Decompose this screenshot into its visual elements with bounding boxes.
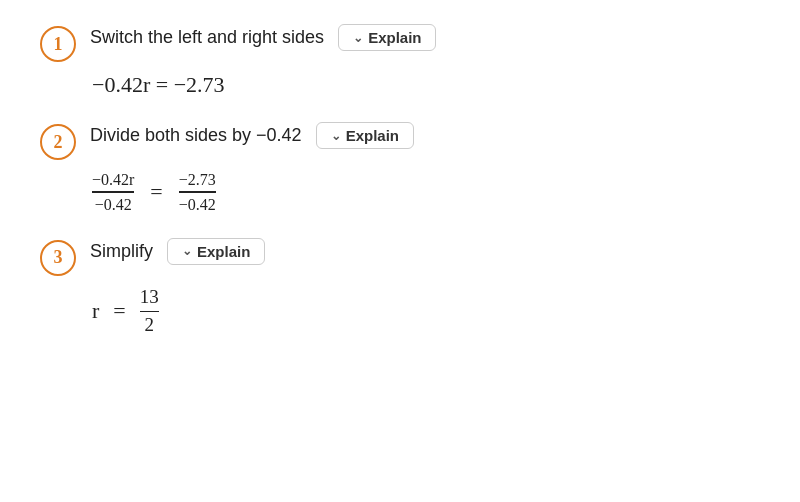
fraction-right-denominator: −0.42 xyxy=(179,195,216,214)
fraction-left-denominator: −0.42 xyxy=(95,195,132,214)
step-3-label: Simplify xyxy=(90,241,153,262)
equals-sign-3: = xyxy=(113,298,125,324)
step-2-content: Divide both sides by −0.42 ⌄ Explain xyxy=(90,122,414,149)
step-2-number: 2 xyxy=(40,124,76,160)
step-1-explain-label: Explain xyxy=(368,29,421,46)
step-3-number: 3 xyxy=(40,240,76,276)
step-1: 1 Switch the left and right sides ⌄ Expl… xyxy=(40,24,760,62)
result-frac-bar xyxy=(140,311,159,313)
step-3: 3 Simplify ⌄ Explain xyxy=(40,238,760,276)
step-2: 2 Divide both sides by −0.42 ⌄ Explain xyxy=(40,122,760,160)
step-3-explain-label: Explain xyxy=(197,243,250,260)
result-denominator: 2 xyxy=(145,314,155,337)
chevron-icon-3: ⌄ xyxy=(182,244,192,258)
fraction-right: −2.73 −0.42 xyxy=(179,170,216,214)
step-1-content: Switch the left and right sides ⌄ Explai… xyxy=(90,24,436,51)
step-2-label: Divide both sides by −0.42 xyxy=(90,125,302,146)
step-2-explain-label: Explain xyxy=(346,127,399,144)
step-3-explain-button[interactable]: ⌄ Explain xyxy=(167,238,265,265)
fraction-left-bar xyxy=(92,191,134,193)
fraction-right-numerator: −2.73 xyxy=(179,170,216,189)
step-2-explain-button[interactable]: ⌄ Explain xyxy=(316,122,414,149)
chevron-icon-2: ⌄ xyxy=(331,129,341,143)
result-fraction: 13 2 xyxy=(140,286,159,337)
result-numerator: 13 xyxy=(140,286,159,309)
step-2-math: −0.42r −0.42 = −2.73 −0.42 xyxy=(92,170,760,214)
equals-sign-2: = xyxy=(150,179,162,205)
step-3-content: Simplify ⌄ Explain xyxy=(90,238,265,265)
step-3-math: r = 13 2 xyxy=(92,286,760,337)
result-var: r xyxy=(92,298,99,324)
step-1-label: Switch the left and right sides xyxy=(90,27,324,48)
fraction-right-bar xyxy=(179,191,216,193)
step-1-number: 1 xyxy=(40,26,76,62)
step-1-math: −0.42r = −2.73 xyxy=(92,72,760,98)
chevron-icon: ⌄ xyxy=(353,31,363,45)
fraction-left: −0.42r −0.42 xyxy=(92,170,134,214)
fraction-left-numerator: −0.42r xyxy=(92,170,134,189)
step-1-explain-button[interactable]: ⌄ Explain xyxy=(338,24,436,51)
